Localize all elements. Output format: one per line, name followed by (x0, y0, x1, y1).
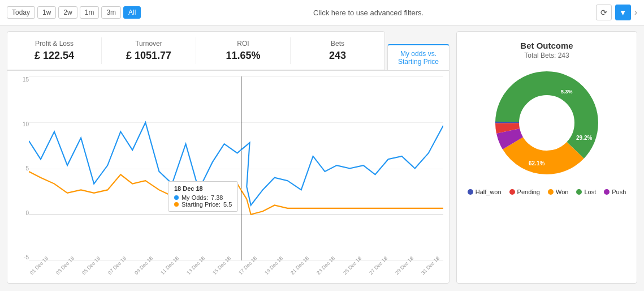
stat-turnover: Turnover £ 1051.77 (102, 37, 196, 64)
tooltip-my-odds: My Odds: 7.38 (174, 194, 232, 201)
stat-profit-loss-label: Profit & Loss (13, 40, 96, 48)
legend-won: Won (548, 189, 568, 195)
refresh-button[interactable]: ⟳ (596, 5, 612, 20)
y-label-neg5: -5 (13, 254, 29, 260)
donut-label-push: 5.3% (561, 89, 573, 95)
tooltip-my-odds-dot (174, 195, 179, 200)
refresh-icon: ⟳ (600, 8, 607, 17)
donut-center (520, 96, 574, 150)
y-label-0: 0 (13, 210, 29, 216)
left-panel: Profit & Loss £ 122.54 Turnover £ 1051.7… (7, 31, 449, 284)
filter-1w[interactable]: 1w (37, 6, 56, 19)
donut-svg: 62.1% 29.2% 5.3% (490, 66, 603, 179)
tooltip-sp-label: Starting Price: (181, 201, 221, 208)
legend-dot-push (604, 189, 610, 195)
legend-dot-pending (509, 189, 515, 195)
tab-line1: My odds vs. (398, 50, 439, 58)
legend-dot-lost (576, 189, 582, 195)
stat-roi-value: 11.65% (202, 50, 284, 62)
chart-container: 15 10 5 0 -5 (7, 70, 449, 284)
tab-my-odds-vs-sp[interactable]: My odds vs. Starting Price (387, 44, 449, 70)
stat-turnover-label: Turnover (107, 40, 190, 48)
filter-today[interactable]: Today (7, 6, 35, 19)
legend-push: Push (604, 189, 626, 195)
stat-bets-label: Bets (296, 40, 379, 48)
legend-dot-halfwon (468, 189, 473, 195)
legend-lost: Lost (576, 189, 596, 195)
filter-3m[interactable]: 3m (101, 6, 121, 19)
tab-line2: Starting Price (398, 58, 439, 66)
donut-label-lost: 62.1% (529, 160, 544, 166)
donut-label-won: 29.2% (576, 135, 592, 141)
stat-turnover-value: £ 1051.77 (107, 50, 190, 62)
tooltip-date: 18 Dec 18 (174, 185, 232, 192)
chevron-icon: › (634, 7, 637, 18)
legend-label-push: Push (612, 189, 626, 195)
y-axis: 15 10 5 0 -5 (13, 76, 29, 260)
donut-subtitle: Total Bets: 243 (524, 52, 569, 59)
legend-half-won: Half_won (468, 189, 502, 195)
filter-text[interactable]: Click here to use advanced filters. (145, 8, 591, 17)
stat-profit-loss: Profit & Loss £ 122.54 (7, 37, 102, 64)
filter-all[interactable]: All (123, 6, 141, 19)
tooltip-sp-value: 5.5 (223, 201, 232, 208)
legend-dot-won (548, 189, 554, 195)
y-label-15: 15 (13, 76, 29, 83)
chart-svg (29, 76, 443, 260)
legend: Half_won Pending Won Lost Push (468, 189, 626, 195)
legend-label-halfwon: Half_won (476, 189, 502, 195)
tooltip-my-odds-value: 7.38 (211, 194, 223, 201)
y-label-10: 10 (13, 121, 29, 127)
chart-area: 15 10 5 0 -5 (13, 76, 443, 277)
legend-pending: Pending (509, 189, 540, 195)
legend-label-lost: Lost (584, 189, 596, 195)
tooltip-sp: Starting Price: 5.5 (174, 201, 232, 208)
stat-bets-value: 243 (296, 50, 379, 62)
stats-bar: Profit & Loss £ 122.54 Turnover £ 1051.7… (7, 31, 385, 70)
legend-label-pending: Pending (517, 189, 540, 195)
top-bar: Today 1w 2w 1m 3m All Click here to use … (0, 0, 644, 25)
stat-roi-label: ROI (202, 40, 284, 48)
filter-icon-button[interactable]: ▼ (615, 5, 631, 20)
x-axis: 01 Dec 18 03 Dec 18 05 Dec 18 07 Dec 18 … (29, 269, 443, 277)
right-panel: Bet Outcome Total Bets: 243 62.1% 29 (456, 31, 637, 284)
stat-bets: Bets 243 (291, 37, 384, 64)
filter-1m[interactable]: 1m (80, 6, 100, 19)
filter-buttons: Today 1w 2w 1m 3m All (7, 6, 141, 19)
donut-title: Bet Outcome (520, 41, 573, 50)
y-label-5: 5 (13, 165, 29, 172)
stat-roi: ROI 11.65% (196, 37, 291, 64)
funnel-icon: ▼ (619, 8, 627, 17)
tooltip-sp-dot (174, 202, 179, 207)
filter-2w[interactable]: 2w (58, 6, 77, 19)
legend-label-won: Won (556, 189, 568, 195)
top-icons: ⟳ ▼ › (596, 5, 637, 20)
stat-profit-loss-value: £ 122.54 (13, 50, 96, 62)
tooltip: 18 Dec 18 My Odds: 7.38 Starting Price: … (168, 181, 238, 212)
main-content: Profit & Loss £ 122.54 Turnover £ 1051.7… (0, 25, 644, 289)
tooltip-my-odds-label: My Odds: (181, 194, 208, 201)
donut-chart: 62.1% 29.2% 5.3% (490, 66, 603, 179)
